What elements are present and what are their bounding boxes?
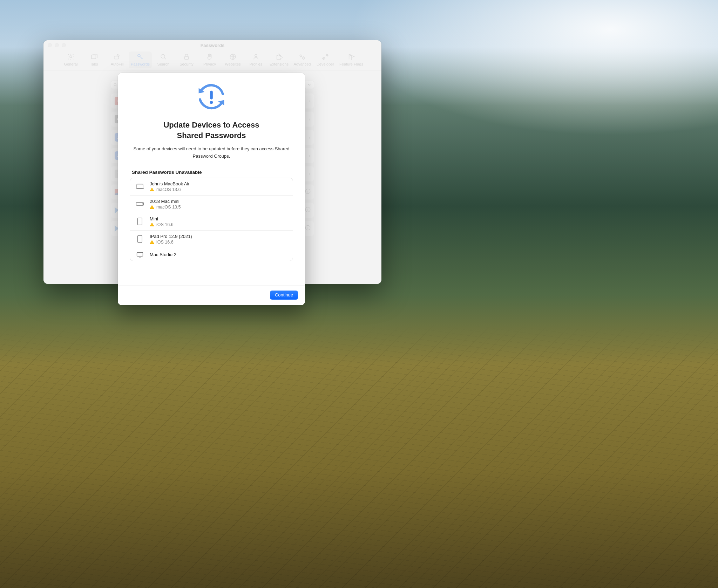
tab-label: AutoFill <box>111 62 124 66</box>
flags-icon <box>347 53 355 61</box>
svg-rect-5 <box>185 56 189 59</box>
svg-point-3 <box>138 54 140 57</box>
device-name: Mini <box>150 216 174 221</box>
device-row: Mac Studio 2 <box>130 248 293 261</box>
tab-autofill[interactable]: AutoFill <box>106 52 129 68</box>
svg-point-19 <box>210 101 213 104</box>
device-row: Mini iOS 16.6 <box>130 213 293 230</box>
tab-advanced[interactable]: Advanced <box>291 52 314 68</box>
preferences-toolbar: General Tabs AutoFill Passwords Search S… <box>43 50 381 71</box>
continue-button[interactable]: Continue <box>270 290 298 300</box>
macmini-icon <box>135 201 145 206</box>
tab-label: Advanced <box>294 62 311 66</box>
svg-rect-28 <box>152 224 152 225</box>
window-title: Passwords <box>43 43 381 48</box>
section-label: Shared Passwords Unavailable <box>132 170 293 175</box>
tab-label: Privacy <box>203 62 216 66</box>
tab-websites[interactable]: Websites <box>221 52 244 68</box>
ipad-icon <box>135 235 145 243</box>
tab-label: General <box>64 62 77 66</box>
tab-security[interactable]: Security <box>175 52 198 68</box>
svg-rect-20 <box>137 184 143 188</box>
tab-label: Security <box>180 62 194 66</box>
pencil-rect-icon <box>113 53 121 61</box>
device-name: IPad Pro 12.9 (2021) <box>150 234 192 239</box>
sheet-description: Some of your devices will need to be upd… <box>133 145 290 159</box>
gear-icon <box>67 53 75 61</box>
device-os: iOS 16.6 <box>156 222 174 227</box>
update-devices-sheet: Update Devices to Access Shared Password… <box>118 73 305 305</box>
device-row: IPad Pro 12.9 (2021) iOS 16.6 <box>130 230 293 248</box>
svg-point-7 <box>255 54 257 56</box>
search-icon <box>113 83 118 87</box>
minimize-window-button[interactable] <box>55 43 59 47</box>
device-list: John's MacBook Air macOS 13.6 2018 Mac m… <box>130 178 293 261</box>
window-titlebar: Passwords <box>43 40 381 50</box>
list-options-button[interactable] <box>304 81 314 89</box>
svg-rect-29 <box>152 225 152 226</box>
tab-extensions[interactable]: Extensions <box>267 52 291 68</box>
warning-icon <box>150 223 154 227</box>
tab-label: Extensions <box>270 62 289 66</box>
svg-rect-31 <box>152 241 152 242</box>
device-row: 2018 Mac mini macOS 13.5 <box>130 195 293 213</box>
device-name: Mac Studio 2 <box>150 252 176 257</box>
close-window-button[interactable] <box>48 43 52 47</box>
magnifier-icon <box>159 53 168 61</box>
tab-label: Developer <box>317 62 334 66</box>
tab-feature-flags[interactable]: Feature Flags <box>337 52 366 68</box>
device-row: John's MacBook Air macOS 13.6 <box>130 178 293 195</box>
window-controls <box>48 43 66 47</box>
tabs-icon <box>90 53 98 61</box>
svg-rect-27 <box>138 218 142 225</box>
sync-alert-icon <box>195 81 228 114</box>
tab-label: Profiles <box>250 62 263 66</box>
lock-icon <box>182 53 191 61</box>
svg-rect-22 <box>152 190 152 191</box>
sheet-title: Update Devices to Access Shared Password… <box>130 120 293 141</box>
person-icon <box>252 53 260 61</box>
info-icon[interactable] <box>305 225 311 232</box>
chevron-down-icon <box>307 83 311 87</box>
laptop-icon <box>135 183 145 190</box>
puzzle-icon <box>275 53 283 61</box>
tab-label: Search <box>157 62 170 66</box>
tab-general[interactable]: General <box>59 52 82 68</box>
tab-label: Websites <box>225 62 241 66</box>
tab-profiles[interactable]: Profiles <box>244 52 267 68</box>
tab-passwords[interactable]: Passwords <box>129 52 152 68</box>
tab-search[interactable]: Search <box>152 52 175 68</box>
tab-tabs[interactable]: Tabs <box>82 52 106 68</box>
device-os: macOS 13.5 <box>156 205 181 210</box>
svg-rect-30 <box>138 235 142 242</box>
tab-label: Passwords <box>131 62 150 66</box>
hand-icon <box>205 53 214 61</box>
info-icon[interactable] <box>305 188 311 196</box>
ipad-icon <box>135 217 145 226</box>
tab-label: Tabs <box>90 62 98 66</box>
tab-privacy[interactable]: Privacy <box>198 52 221 68</box>
zoom-window-button[interactable] <box>62 43 66 47</box>
svg-point-8 <box>300 55 302 57</box>
device-name: John's MacBook Air <box>150 181 190 186</box>
key-icon <box>136 53 144 61</box>
sheet-title-line1: Update Devices to Access <box>163 121 259 129</box>
gears-icon <box>298 53 306 61</box>
tab-label: Feature Flags <box>339 62 363 66</box>
svg-point-9 <box>303 57 305 59</box>
info-icon[interactable] <box>305 206 311 214</box>
sheet-title-line2: Shared Passwords <box>177 131 246 140</box>
svg-rect-25 <box>152 206 152 207</box>
warning-icon <box>150 205 154 209</box>
device-os: iOS 16.6 <box>156 240 174 245</box>
svg-rect-1 <box>92 55 96 59</box>
tab-developer[interactable]: Developer <box>314 52 337 68</box>
chevron-right-icon: › <box>309 153 310 158</box>
chevron-right-icon: › <box>309 116 310 122</box>
globe-icon <box>229 53 237 61</box>
svg-rect-33 <box>137 252 143 256</box>
chevron-right-icon: › <box>309 171 310 177</box>
tools-icon <box>321 53 330 61</box>
device-os: macOS 13.6 <box>156 187 181 192</box>
device-name: 2018 Mac mini <box>150 199 181 204</box>
